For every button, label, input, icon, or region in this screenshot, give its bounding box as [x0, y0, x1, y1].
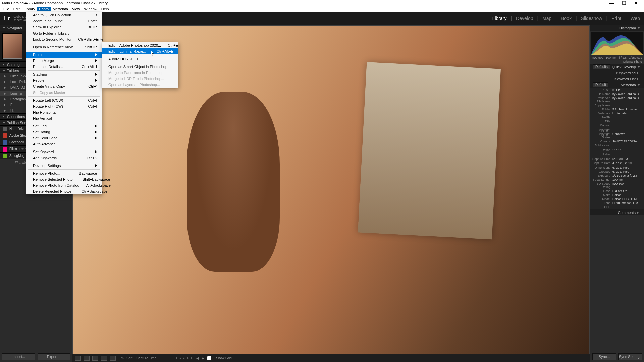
- menu-item[interactable]: Remove Selected Photo...Shift+Backspace: [26, 176, 102, 182]
- menu-item[interactable]: Open as Smart Object in Photoshop...: [102, 64, 178, 70]
- menu-item[interactable]: Add Keywords...Ctrl+K: [26, 155, 102, 161]
- menu-item[interactable]: Rotate Right (CW)Ctrl+]: [26, 103, 102, 109]
- export-button[interactable]: Export...: [38, 353, 70, 360]
- expand-icon: [4, 86, 7, 89]
- menu-window[interactable]: Window: [82, 7, 99, 11]
- histogram[interactable]: [591, 32, 643, 55]
- window-close-icon[interactable]: ✕: [630, 0, 642, 6]
- menu-item[interactable]: Edit in Luminar 4.exe...Ctrl+Alt+E: [102, 48, 178, 54]
- menu-item[interactable]: Edit in Adobe Photoshop 2020...Ctrl+E: [102, 42, 178, 48]
- menu-metadata[interactable]: Metadata: [51, 7, 70, 11]
- menu-item[interactable]: Auto Advance: [26, 141, 102, 147]
- menu-item[interactable]: Edit In: [26, 52, 102, 58]
- metadata-row: PresetNone: [590, 88, 644, 92]
- module-library[interactable]: Library: [492, 16, 507, 21]
- menu-item[interactable]: Remove Photo from CatalogAlt+Backspace: [26, 182, 102, 188]
- show-grid-checkbox[interactable]: [207, 356, 211, 360]
- expand-icon: [4, 104, 7, 106]
- window-maximize-icon[interactable]: ☐: [618, 0, 630, 6]
- module-book[interactable]: Book: [561, 16, 572, 21]
- module-picker[interactable]: Library|Develop|Map|Book|Slideshow|Print…: [492, 16, 640, 21]
- histogram-header[interactable]: Histogram: [590, 25, 644, 31]
- service-icon: [3, 133, 7, 138]
- menu-item[interactable]: Photo Merge: [26, 58, 102, 64]
- keyword-list-header[interactable]: +Keyword List: [590, 76, 644, 82]
- chevron-right-icon: [95, 53, 97, 56]
- menu-item[interactable]: Show in ExplorerCtrl+R: [26, 24, 102, 30]
- next-icon[interactable]: ▶: [202, 356, 204, 360]
- menu-item[interactable]: Set Color Label: [26, 135, 102, 141]
- navigator-thumbnail[interactable]: [3, 34, 22, 59]
- menu-item[interactable]: Rotate Left (CCW)Ctrl+[: [26, 97, 102, 103]
- menu-item[interactable]: Flip Vertical: [26, 115, 102, 121]
- menu-help[interactable]: Help: [99, 7, 111, 11]
- metadata-row: Copyright StatusUnknown: [590, 132, 644, 139]
- menu-item[interactable]: Add to Quick CollectionB: [26, 12, 102, 18]
- sync-settings-button[interactable]: Sync Settings: [618, 353, 642, 360]
- menu-item[interactable]: Go to Folder in Library: [26, 30, 102, 36]
- sort-mode[interactable]: Capture Time: [136, 356, 156, 360]
- menu-item[interactable]: Set Rating: [26, 129, 102, 135]
- metadata-row: GPS: [590, 205, 644, 209]
- menu-photo[interactable]: Photo: [37, 7, 51, 11]
- menu-item[interactable]: Delete Rejected Photos...Ctrl+Backspace: [26, 188, 102, 194]
- grid-view-icon[interactable]: [75, 356, 81, 361]
- defaults-dropdown[interactable]: Defaults: [593, 64, 610, 69]
- menu-item[interactable]: Stacking: [26, 71, 102, 77]
- loupe-view-icon[interactable]: [84, 356, 90, 361]
- window-title: Main Catalog-4-2 - Adobe Photoshop Light…: [2, 1, 108, 5]
- expand-icon: [4, 75, 7, 78]
- compare-view-icon[interactable]: [92, 356, 98, 361]
- menu-file[interactable]: File: [1, 7, 11, 11]
- service-icon: [3, 127, 7, 131]
- photo-menu[interactable]: Add to Quick CollectionBZoom In on Loupe…: [26, 12, 102, 194]
- module-develop[interactable]: Develop: [516, 16, 533, 21]
- menu-item[interactable]: Set Flag: [26, 123, 102, 129]
- expand-icon: [4, 109, 7, 112]
- chevron-right-icon: [95, 59, 97, 62]
- sync-button[interactable]: Sync...: [592, 353, 616, 360]
- service-icon: [3, 154, 7, 158]
- metadata-row: ModelCanon EOS 5D M...: [590, 197, 644, 201]
- survey-view-icon[interactable]: [101, 356, 107, 361]
- comments-header[interactable]: Comments: [590, 209, 644, 215]
- prev-icon[interactable]: ◀: [196, 356, 199, 360]
- menu-item[interactable]: Set Keyword: [26, 149, 102, 155]
- menu-item[interactable]: Remove Photo...Backspace: [26, 170, 102, 176]
- expand-icon: [4, 98, 7, 101]
- menu-item[interactable]: Enhance Details...Ctrl+Alt+I: [26, 64, 102, 70]
- quick-develop-header[interactable]: Defaults Quick Develop: [590, 64, 644, 70]
- sort-direction-icon[interactable]: ⇅: [121, 356, 124, 360]
- module-map[interactable]: Map: [542, 16, 551, 21]
- module-web[interactable]: Web: [630, 16, 640, 21]
- menu-item[interactable]: People: [26, 77, 102, 83]
- people-view-icon[interactable]: [110, 356, 116, 361]
- menu-view[interactable]: View: [70, 7, 82, 11]
- window-minimize-icon[interactable]: —: [606, 0, 618, 6]
- module-print[interactable]: Print: [611, 16, 621, 21]
- menu-library[interactable]: Library: [22, 7, 37, 11]
- module-slideshow[interactable]: Slideshow: [581, 16, 602, 21]
- menubar[interactable]: FileEditLibraryPhotoMetadataViewWindowHe…: [0, 6, 644, 12]
- metadata-preset-dropdown[interactable]: Default: [593, 82, 608, 87]
- metadata-row: Copyright: [590, 128, 644, 132]
- menu-item[interactable]: Create Virtual CopyCtrl+': [26, 83, 102, 89]
- metadata-row: Capture Time6:00:30 PM: [590, 157, 644, 161]
- exif-summary: ISO 500100 mmf / 2.81/250 sec: [590, 56, 644, 60]
- menu-item[interactable]: Lock to Second MonitorCtrl+Shift+Enter: [26, 36, 102, 42]
- rating-stars[interactable]: ★★★★★: [175, 356, 194, 360]
- service-icon: [3, 147, 7, 152]
- metadata-header[interactable]: Default Metadata: [590, 82, 644, 88]
- editin-submenu[interactable]: Edit in Adobe Photoshop 2020...Ctrl+EEdi…: [102, 42, 178, 88]
- menu-item[interactable]: Develop Settings: [26, 163, 102, 169]
- menu-item[interactable]: Zoom In on LoupeEnter: [26, 18, 102, 24]
- menu-item[interactable]: Open in Reference ViewShift+R: [26, 44, 102, 50]
- menu-edit[interactable]: Edit: [11, 7, 22, 11]
- menu-item[interactable]: Aurora HDR 2019: [102, 56, 178, 62]
- menu-item[interactable]: Flip Horizontal: [26, 109, 102, 115]
- chevron-right-icon: [95, 131, 97, 133]
- import-button[interactable]: Import...: [2, 353, 35, 360]
- keywording-header[interactable]: Keywording: [590, 70, 644, 76]
- chevron-right-icon: [95, 150, 97, 153]
- menu-item: Merge to Panorama in Photoshop...: [102, 70, 178, 76]
